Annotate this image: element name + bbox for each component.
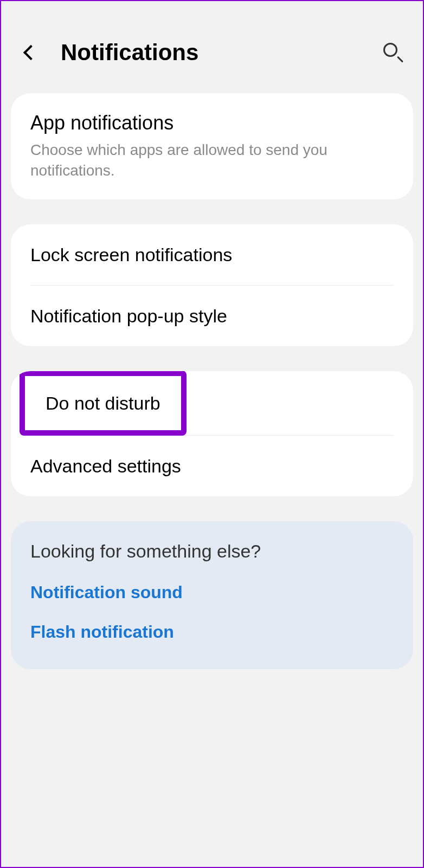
row-do-not-disturb[interactable]: Do not disturb — [20, 371, 187, 436]
row-lock-screen-notifications[interactable]: Lock screen notifications — [11, 224, 413, 285]
row-title: Do not disturb — [46, 391, 160, 415]
row-notification-popup-style[interactable]: Notification pop-up style — [11, 286, 413, 346]
header: Notifications — [1, 1, 423, 93]
row-title: App notifications — [30, 112, 394, 134]
card-suggestions: Looking for something else? Notification… — [11, 521, 413, 669]
link-notification-sound[interactable]: Notification sound — [30, 582, 394, 603]
row-title: Notification pop-up style — [30, 304, 394, 328]
row-advanced-settings[interactable]: Advanced settings — [11, 436, 413, 496]
row-title: Advanced settings — [30, 454, 394, 478]
suggestions-title: Looking for something else? — [30, 541, 394, 562]
row-app-notifications[interactable]: App notifications Choose which apps are … — [11, 93, 413, 199]
row-title: Lock screen notifications — [30, 243, 394, 267]
link-flash-notification[interactable]: Flash notification — [30, 622, 394, 642]
card-lock-popup: Lock screen notifications Notification p… — [11, 224, 413, 346]
search-button[interactable] — [380, 39, 407, 66]
card-app-notifications: App notifications Choose which apps are … — [11, 93, 413, 199]
back-button[interactable] — [17, 39, 44, 66]
chevron-left-icon — [23, 45, 38, 60]
search-icon — [383, 43, 403, 62]
card-dnd-advanced: Do not disturb Advanced settings — [11, 371, 413, 496]
row-subtitle: Choose which apps are allowed to send yo… — [30, 140, 394, 181]
page-title: Notifications — [61, 40, 380, 66]
